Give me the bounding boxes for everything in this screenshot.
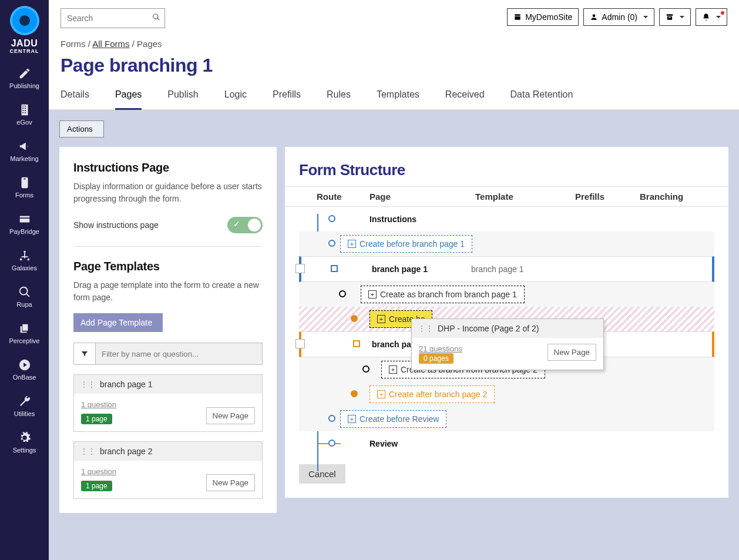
sidebar-item-label: OnBase — [13, 374, 36, 381]
site-switcher[interactable]: MyDemoSite — [507, 8, 579, 26]
sidebar-item-utilities[interactable]: Utilities — [0, 388, 49, 424]
filter-row — [73, 343, 263, 365]
btn-label: Create before Review — [360, 414, 439, 424]
wrench-icon — [18, 395, 31, 408]
drag-handle-icon[interactable]: ⋮⋮ — [418, 324, 433, 333]
row-instructions: Instructions — [299, 207, 714, 232]
dragging-question-link[interactable]: 21 questions — [419, 344, 462, 353]
template-question-link[interactable]: 1 question — [81, 400, 116, 409]
sidebar-item-paybridge[interactable]: PayBridge — [0, 206, 49, 242]
topbar-right: MyDemoSite Admin (0) — [507, 8, 727, 26]
tab-data-retention[interactable]: Data Retention — [510, 83, 573, 109]
filter-input[interactable] — [96, 343, 263, 365]
route-node — [328, 415, 335, 422]
row-review: Review — [299, 431, 714, 456]
notification-dot — [721, 11, 724, 15]
drag-handle-icon[interactable]: ⋮⋮ — [80, 447, 95, 456]
sidebar-item-publishing[interactable]: Publishing — [0, 60, 49, 96]
new-page-button[interactable]: New Page — [547, 344, 597, 361]
panel-instructions: Instructions Page Display information or… — [59, 147, 277, 513]
template-card[interactable]: ⋮⋮branch page 2 1 question 1 page New Pa… — [73, 441, 263, 499]
sidebar-item-label: Forms — [15, 192, 33, 199]
create-after-bp2-button[interactable]: +Create after branch page 2 — [370, 385, 495, 403]
route-node-square — [331, 265, 338, 272]
instructions-title: Instructions Page — [73, 161, 263, 175]
sidebar-item-egov[interactable]: eGov — [0, 96, 49, 133]
logo-icon — [10, 6, 39, 35]
sidebar-item-rupa[interactable]: Rupa — [0, 279, 49, 315]
tab-logic[interactable]: Logic — [224, 83, 247, 109]
new-page-button[interactable]: New Page — [206, 407, 256, 424]
plus-icon: + — [377, 315, 385, 323]
archive-menu[interactable] — [659, 8, 691, 26]
dragging-template-card[interactable]: ⋮⋮DHP - Income (Page 2 of 2) 21 question… — [411, 318, 604, 370]
sidebar-item-galaxies[interactable]: Galaxies — [0, 242, 49, 279]
tab-received[interactable]: Received — [445, 83, 485, 109]
row-create-before-bp1: +Create before branch page 1 — [299, 232, 714, 256]
drag-handle-icon[interactable]: ⋮⋮ — [80, 380, 95, 389]
row-branch-from-bp1: +Create as branch from branch page 1 — [299, 282, 714, 307]
row-checkbox[interactable] — [295, 264, 305, 273]
route-node-square-orange — [353, 340, 360, 347]
tab-rules[interactable]: Rules — [327, 83, 351, 109]
route-node-branch — [362, 365, 370, 373]
tab-prefills[interactable]: Prefills — [273, 83, 301, 109]
breadcrumb-item: Pages — [137, 39, 162, 49]
add-page-template-button[interactable]: Add Page Template — [73, 313, 163, 332]
breadcrumb-item[interactable]: Forms — [61, 39, 86, 49]
sidebar: JADU CENTRAL Publishing eGov Marketing F… — [0, 0, 49, 560]
megaphone-icon — [18, 140, 31, 153]
dragging-page-badge: 0 pages — [419, 353, 454, 364]
col-prefills: Prefills — [575, 192, 640, 202]
sidebar-item-settings[interactable]: Settings — [0, 424, 49, 461]
tab-templates[interactable]: Templates — [377, 83, 419, 109]
sidebar-item-label: Perceptive — [9, 337, 40, 344]
col-template: Template — [475, 192, 575, 202]
sidebar-item-marketing[interactable]: Marketing — [0, 133, 49, 169]
template-card[interactable]: ⋮⋮branch page 1 1 question 1 page New Pa… — [73, 374, 263, 432]
actions-menu[interactable]: Actions — [59, 120, 104, 138]
network-icon — [18, 249, 31, 262]
search-input[interactable] — [61, 8, 165, 28]
sidebar-item-label: Galaxies — [12, 264, 37, 271]
row-bp1[interactable]: branch page 1branch page 1 — [299, 256, 714, 282]
cancel-button[interactable]: Cancel — [299, 464, 345, 484]
sidebar-item-perceptive[interactable]: Perceptive — [0, 315, 49, 351]
filter-button[interactable] — [73, 343, 96, 365]
tab-details[interactable]: Details — [61, 83, 89, 109]
notifications-menu[interactable] — [696, 8, 727, 26]
tab-publish[interactable]: Publish — [167, 83, 198, 109]
col-route: Route — [299, 192, 370, 202]
page-label: Review — [370, 439, 398, 448]
row-checkbox[interactable] — [295, 339, 305, 348]
search-icon — [18, 286, 31, 299]
user-icon — [590, 13, 598, 21]
filter-icon — [80, 350, 89, 358]
page-templates-desc: Drag a page template into the form to cr… — [73, 279, 263, 304]
gear-icon — [18, 431, 31, 444]
breadcrumb: Forms / All Forms / Pages — [49, 28, 739, 51]
content: Actions Instructions Page Display inform… — [49, 110, 739, 560]
instructions-toggle[interactable] — [227, 217, 263, 233]
sidebar-item-label: Utilities — [14, 410, 35, 417]
bell-icon — [702, 13, 710, 21]
template-name: branch page 1 — [100, 380, 153, 389]
template-page-badge: 1 page — [81, 414, 112, 424]
breadcrumb-item[interactable]: All Forms — [92, 39, 129, 49]
clipboard-icon — [18, 176, 31, 189]
page-name: branch page 1 — [372, 264, 428, 274]
branch-from-bp1-button[interactable]: +Create as branch from branch page 1 — [361, 286, 525, 303]
route-node — [328, 440, 335, 447]
page-templates-title: Page Templates — [73, 260, 263, 273]
sidebar-item-label: PayBridge — [9, 228, 39, 235]
btn-label: Add Page Template — [80, 318, 152, 327]
user-menu[interactable]: Admin (0) — [583, 8, 654, 26]
template-question-link[interactable]: 1 question — [81, 467, 116, 476]
btn-label: Create after branch page 2 — [389, 390, 487, 399]
sidebar-item-onbase[interactable]: OnBase — [0, 351, 49, 388]
sidebar-item-forms[interactable]: Forms — [0, 169, 49, 206]
new-page-button[interactable]: New Page — [206, 474, 256, 491]
form-structure-title: Form Structure — [285, 161, 728, 186]
circle-chevron-icon — [18, 358, 31, 371]
tab-pages[interactable]: Pages — [115, 83, 142, 110]
